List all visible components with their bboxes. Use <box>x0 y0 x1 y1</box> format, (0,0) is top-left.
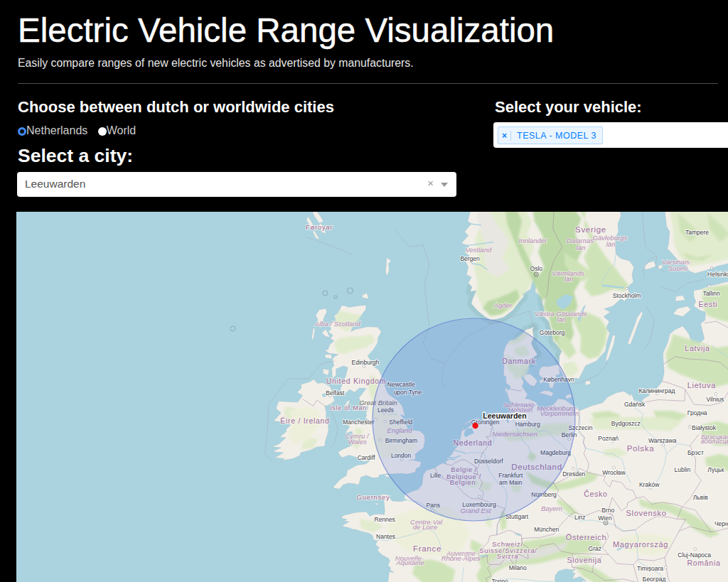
svg-text:Innlandet: Innlandet <box>519 237 547 244</box>
svg-text:Polska: Polska <box>627 444 655 453</box>
svg-text:Warszawa: Warszawa <box>648 437 677 444</box>
svg-text:Magyarország: Magyarország <box>613 540 668 549</box>
svg-text:Linz: Linz <box>574 514 586 521</box>
svg-text:Manchester: Manchester <box>343 419 375 426</box>
svg-text:Poznań: Poznań <box>598 435 619 442</box>
svg-text:Slovensko: Slovensko <box>626 509 666 517</box>
svg-text:Timișoara: Timișoara <box>637 565 663 572</box>
svg-text:Alba / Scotland: Alba / Scotland <box>314 320 361 328</box>
svg-text:Rhône-Alpes: Rhône-Alpes <box>441 554 481 562</box>
svg-text:Aquitaine: Aquitaine <box>395 559 424 566</box>
svg-text:de Loire: de Loire <box>413 523 437 531</box>
svg-text:Svizra: Svizra <box>497 552 519 560</box>
svg-text:Wales: Wales <box>348 438 366 446</box>
svg-text:Latvija: Latvija <box>685 344 710 352</box>
svg-text:Bergen: Bergen <box>460 255 480 262</box>
svg-text:Kraków: Kraków <box>639 481 660 488</box>
svg-text:Львів: Львів <box>693 494 708 501</box>
svg-text:Bayern: Bayern <box>541 505 562 512</box>
svg-text:Eesti: Eesti <box>698 300 717 308</box>
svg-text:Београд: Београд <box>643 576 666 582</box>
svg-text:France: France <box>413 544 441 553</box>
svg-text:Wien: Wien <box>598 514 612 522</box>
svg-text:Vestland: Vestland <box>466 246 492 254</box>
svg-text:län: län <box>606 240 616 248</box>
svg-text:Éire / Ireland: Éire / Ireland <box>280 416 329 425</box>
svg-text:Калининград: Калининград <box>638 387 675 394</box>
svg-text:Bydgoszcz: Bydgoszcz <box>611 420 641 427</box>
svg-text:München: München <box>534 526 559 533</box>
svg-text:Gdańsk: Gdańsk <box>624 401 646 408</box>
svg-text:Milano: Milano <box>509 564 527 571</box>
svg-text:Edinburgh: Edinburgh <box>352 359 380 366</box>
svg-text:Cardiff: Cardiff <box>358 454 376 461</box>
svg-text:Lublin: Lublin <box>674 466 690 473</box>
svg-text:Oslo: Oslo <box>530 265 543 272</box>
svg-text:Torino: Torino <box>492 578 508 582</box>
svg-text:Lietuva: Lietuva <box>687 381 717 389</box>
svg-text:Sverige: Sverige <box>575 225 606 234</box>
svg-text:Брэсцкая: Брэсцкая <box>701 433 728 441</box>
svg-text:Tampere: Tampere <box>685 229 709 236</box>
svg-text:Nantes: Nantes <box>376 533 395 540</box>
svg-text:Tallinn: Tallinn <box>703 290 720 297</box>
svg-text:Guernsey: Guernsey <box>357 493 390 501</box>
svg-text:Dresden: Dresden <box>562 470 585 478</box>
svg-text:Cluj-Napoca: Cluj-Napoca <box>678 551 711 559</box>
svg-text:Гродна: Гродна <box>687 409 707 416</box>
svg-text:Österreich: Österreich <box>566 533 607 541</box>
svg-text:United Kingdom: United Kingdom <box>326 377 387 385</box>
svg-text:Leeuwarden: Leeuwarden <box>483 411 526 420</box>
svg-text:Göteborg: Göteborg <box>540 329 565 336</box>
svg-text:Rennes: Rennes <box>375 516 395 523</box>
svg-text:län: län <box>564 275 574 283</box>
svg-text:Białystok: Białystok <box>692 424 717 431</box>
svg-text:Stockholm: Stockholm <box>613 292 641 299</box>
svg-text:Agder: Agder <box>493 301 513 309</box>
svg-text:Луцьк: Луцьк <box>707 466 724 473</box>
svg-text:Graz: Graz <box>589 545 601 552</box>
svg-text:Брэст: Брэст <box>687 449 704 456</box>
svg-text:Belfast: Belfast <box>326 389 345 397</box>
svg-text:län: län <box>577 244 586 252</box>
svg-text:România: România <box>687 559 721 567</box>
svg-text:Suomi: Suomi <box>668 264 688 272</box>
svg-text:Isle of Man: Isle of Man <box>330 404 367 411</box>
svg-text:Чернівці: Чернівці <box>714 520 728 527</box>
svg-text:Føroyar: Føroyar <box>306 223 333 231</box>
svg-text:Slovenija: Slovenija <box>567 556 601 564</box>
svg-text:Wrocław: Wrocław <box>602 469 626 476</box>
svg-text:Česko: Česko <box>584 490 607 498</box>
svg-text:Brno: Brno <box>601 507 614 514</box>
svg-text:Helsinki: Helsinki <box>707 271 728 278</box>
svg-text:län: län <box>557 316 567 323</box>
svg-text:Vilnius: Vilnius <box>706 396 724 403</box>
